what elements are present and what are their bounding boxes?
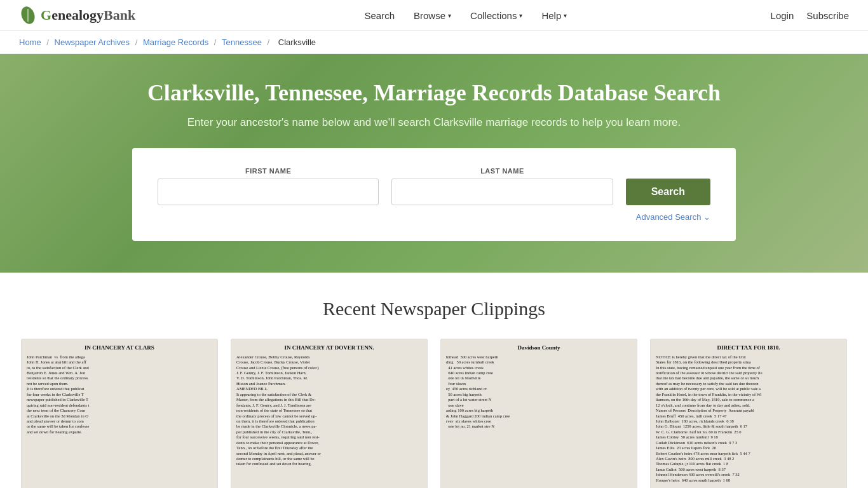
breadcrumb-sep2: / bbox=[135, 37, 140, 47]
newspaper-body: John Parchman vs from the allega John H.… bbox=[27, 355, 212, 435]
breadcrumb-sep1: / bbox=[46, 37, 51, 47]
clipping-card[interactable]: DIRECT TAX FOR 1810.NOTICE is hereby giv… bbox=[650, 339, 847, 488]
newspaper-body: Alexander Crouse, Bobby Crouse, Reynolds… bbox=[236, 355, 422, 467]
breadcrumb-sep4: / bbox=[268, 37, 272, 47]
breadcrumb-home[interactable]: Home bbox=[19, 37, 41, 47]
header-right-nav: Login Subscribe bbox=[771, 10, 849, 21]
advanced-search-area: Advanced Search ⌄ bbox=[158, 212, 710, 222]
last-name-group: LAST NAME bbox=[391, 167, 613, 205]
clipping-image: Davidson Countyhithead 500 acres west ha… bbox=[441, 339, 637, 488]
breadcrumb-newspaper-archives[interactable]: Newspaper Archives bbox=[55, 37, 130, 47]
newspaper-body: hithead 500 acres west harpeth ding 50 a… bbox=[446, 355, 632, 430]
search-form-container: FIRST NAME LAST NAME Search Advanced Sea… bbox=[132, 148, 736, 241]
clippings-grid: IN CHANCERY AT CLARSJohn Parchman vs fro… bbox=[21, 339, 847, 488]
newspaper-body: NOTICE is hereby given that the direct t… bbox=[656, 355, 841, 484]
newspaper-simulation: IN CHANCERY AT CLARSJohn Parchman vs fro… bbox=[22, 339, 217, 488]
logo-text: GenealogyBank bbox=[41, 7, 135, 24]
clippings-title: Recent Newspaper Clippings bbox=[19, 298, 849, 320]
clipping-card[interactable]: IN CHANCERY AT CLARSJohn Parchman vs fro… bbox=[21, 339, 218, 488]
clipping-image: DIRECT TAX FOR 1810.NOTICE is hereby giv… bbox=[651, 339, 846, 488]
newspaper-heading: Davidson County bbox=[446, 344, 632, 352]
newspaper-simulation: IN CHANCERY AT DOVER TENN.Alexander Crou… bbox=[231, 339, 427, 488]
first-name-label: FIRST NAME bbox=[158, 167, 379, 175]
clipping-image: IN CHANCERY AT DOVER TENN.Alexander Crou… bbox=[231, 339, 427, 488]
logo-area[interactable]: GenealogyBank bbox=[19, 6, 135, 24]
nav-search[interactable]: Search bbox=[364, 10, 395, 21]
search-button[interactable]: Search bbox=[626, 179, 710, 205]
breadcrumb-marriage-records[interactable]: Marriage Records bbox=[143, 37, 208, 47]
clipping-card[interactable]: IN CHANCERY AT DOVER TENN.Alexander Crou… bbox=[231, 339, 428, 488]
breadcrumb-current: Clarksville bbox=[278, 37, 316, 47]
breadcrumb-sep3: / bbox=[214, 37, 219, 47]
clippings-section: Recent Newspaper Clippings IN CHANCERY A… bbox=[0, 273, 868, 488]
clipping-card[interactable]: Davidson Countyhithead 500 acres west ha… bbox=[440, 339, 637, 488]
first-name-input[interactable] bbox=[158, 179, 379, 205]
first-name-group: FIRST NAME bbox=[158, 167, 379, 205]
nav-browse[interactable]: Browse bbox=[414, 10, 451, 21]
newspaper-heading: IN CHANCERY AT DOVER TENN. bbox=[236, 344, 422, 352]
login-link[interactable]: Login bbox=[771, 10, 794, 21]
main-nav: Search Browse Collections Help bbox=[364, 10, 567, 21]
breadcrumb-tennessee[interactable]: Tennessee bbox=[222, 37, 262, 47]
nav-collections[interactable]: Collections bbox=[470, 10, 522, 21]
last-name-label: LAST NAME bbox=[391, 167, 613, 175]
newspaper-simulation: DIRECT TAX FOR 1810.NOTICE is hereby giv… bbox=[651, 339, 846, 488]
newspaper-heading: DIRECT TAX FOR 1810. bbox=[656, 344, 841, 352]
hero-subtitle: Enter your ancestor's name below and we'… bbox=[19, 116, 849, 129]
clipping-image: IN CHANCERY AT CLARSJohn Parchman vs fro… bbox=[22, 339, 217, 488]
subscribe-button[interactable]: Subscribe bbox=[806, 10, 849, 21]
breadcrumb: Home / Newspaper Archives / Marriage Rec… bbox=[0, 31, 868, 54]
newspaper-simulation: Davidson Countyhithead 500 acres west ha… bbox=[441, 339, 637, 488]
hero-section: Clarksville, Tennessee, Marriage Records… bbox=[0, 54, 868, 273]
advanced-search-link[interactable]: Advanced Search ⌄ bbox=[636, 212, 710, 222]
newspaper-heading: IN CHANCERY AT CLARS bbox=[27, 344, 212, 352]
nav-help[interactable]: Help bbox=[541, 10, 567, 21]
search-form-row: FIRST NAME LAST NAME Search bbox=[158, 167, 710, 205]
last-name-input[interactable] bbox=[391, 179, 613, 205]
page-title: Clarksville, Tennessee, Marriage Records… bbox=[19, 79, 849, 106]
site-header: GenealogyBank Search Browse Collections … bbox=[0, 0, 868, 31]
leaf-icon bbox=[19, 6, 37, 24]
